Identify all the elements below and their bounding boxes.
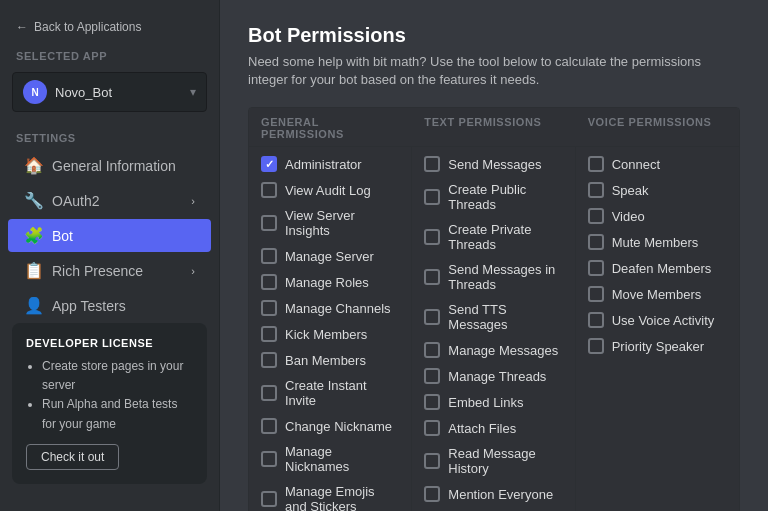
perm-label: Speak (612, 183, 649, 198)
avatar: N (23, 80, 47, 104)
checkbox-manage-roles[interactable] (261, 274, 277, 290)
checkbox-attach-files[interactable] (424, 420, 440, 436)
perm-label: Administrator (285, 157, 362, 172)
puzzle-icon: 🧩 (24, 226, 44, 245)
perm-label: Ban Members (285, 353, 366, 368)
developer-license-card: DEVELOPER LICENSE Create store pages in … (12, 323, 207, 484)
checkbox-mention-everyone[interactable] (424, 486, 440, 502)
checkbox-ban-members[interactable] (261, 352, 277, 368)
perm-label: Create Instant Invite (285, 378, 399, 408)
checkbox-priority-speaker[interactable] (588, 338, 604, 354)
perm-label: View Audit Log (285, 183, 371, 198)
checkbox-create-public-threads[interactable] (424, 189, 440, 205)
checkbox-deafen-members[interactable] (588, 260, 604, 276)
back-to-applications-link[interactable]: ← Back to Applications (0, 16, 219, 46)
perm-label: Deafen Members (612, 261, 712, 276)
perm-label: Manage Nicknames (285, 444, 399, 474)
perm-label: Mention Everyone (448, 487, 553, 502)
perm-label: Manage Channels (285, 301, 391, 316)
perm-read-message-history: Read Message History (412, 441, 574, 481)
perm-change-nickname: Change Nickname (249, 413, 411, 439)
perm-label: Video (612, 209, 645, 224)
checkbox-send-messages-threads[interactable] (424, 269, 440, 285)
voice-permissions-header: VOICE PERMISSIONS (576, 108, 739, 147)
perm-label: Create Private Threads (448, 222, 562, 252)
main-content: Bot Permissions Need some help with bit … (220, 0, 768, 511)
text-permissions-header: TEXT PERMISSIONS (412, 108, 575, 147)
perm-manage-emojis: Manage Emojis and Stickers (249, 479, 411, 511)
perm-label: Mute Members (612, 235, 699, 250)
perm-send-messages: Send Messages (412, 151, 574, 177)
sidebar-item-label: OAuth2 (52, 193, 99, 209)
sidebar: ← Back to Applications SELECTED APP N No… (0, 0, 220, 511)
perm-attach-files: Attach Files (412, 415, 574, 441)
perm-label: Send Messages in Threads (448, 262, 562, 292)
checkbox-move-members[interactable] (588, 286, 604, 302)
perm-send-tts: Send TTS Messages (412, 297, 574, 337)
checkbox-manage-channels[interactable] (261, 300, 277, 316)
wrench-icon: 🔧 (24, 191, 44, 210)
perm-label: Change Nickname (285, 419, 392, 434)
check-it-out-button[interactable]: Check it out (26, 444, 119, 470)
checkbox-video[interactable] (588, 208, 604, 224)
perm-label: Priority Speaker (612, 339, 704, 354)
checkbox-send-tts[interactable] (424, 309, 440, 325)
text-permissions-column: Send Messages Create Public Threads Crea… (412, 147, 575, 511)
selected-app-label: SELECTED APP (0, 46, 219, 68)
perm-move-members: Move Members (576, 281, 739, 307)
settings-section-label: SETTINGS (0, 124, 219, 148)
perm-view-server-insights: View Server Insights (249, 203, 411, 243)
perm-label: Manage Threads (448, 369, 546, 384)
list-item: Run Alpha and Beta tests for your game (42, 395, 193, 433)
perm-ban-members: Ban Members (249, 347, 411, 373)
perm-label: Move Members (612, 287, 702, 302)
checkbox-read-message-history[interactable] (424, 453, 440, 469)
checkbox-kick-members[interactable] (261, 326, 277, 342)
perm-manage-messages: Manage Messages (412, 337, 574, 363)
sidebar-item-rich-presence[interactable]: 📋 Rich Presence › (8, 254, 211, 287)
list-icon: 📋 (24, 261, 44, 280)
perm-label: Manage Emojis and Stickers (285, 484, 399, 511)
general-permissions-header: GENERAL PERMISSIONS (249, 108, 412, 147)
checkbox-create-private-threads[interactable] (424, 229, 440, 245)
perm-manage-channels: Manage Channels (249, 295, 411, 321)
back-link-label: Back to Applications (34, 20, 141, 34)
page-description: Need some help with bit math? Use the to… (248, 53, 740, 89)
checkbox-mute-members[interactable] (588, 234, 604, 250)
sidebar-item-general-information[interactable]: 🏠 General Information (8, 149, 211, 182)
perm-speak: Speak (576, 177, 739, 203)
perm-label: Create Public Threads (448, 182, 562, 212)
sidebar-item-app-testers[interactable]: 👤 App Testers (8, 289, 211, 322)
checkbox-manage-server[interactable] (261, 248, 277, 264)
checkbox-use-voice-activity[interactable] (588, 312, 604, 328)
sidebar-item-oauth2[interactable]: 🔧 OAuth2 › (8, 184, 211, 217)
app-name-label: Novo_Bot (55, 85, 182, 100)
perm-embed-links: Embed Links (412, 389, 574, 415)
perm-use-voice-activity: Use Voice Activity (576, 307, 739, 333)
checkbox-embed-links[interactable] (424, 394, 440, 410)
sidebar-item-label: Bot (52, 228, 73, 244)
checkbox-connect[interactable] (588, 156, 604, 172)
perm-priority-speaker: Priority Speaker (576, 333, 739, 359)
checkbox-administrator[interactable] (261, 156, 277, 172)
sidebar-item-bot[interactable]: 🧩 Bot (8, 219, 211, 252)
checkbox-change-nickname[interactable] (261, 418, 277, 434)
checkbox-speak[interactable] (588, 182, 604, 198)
checkbox-manage-threads[interactable] (424, 368, 440, 384)
perm-label: View Server Insights (285, 208, 399, 238)
checkbox-view-server-insights[interactable] (261, 215, 277, 231)
perm-manage-server: Manage Server (249, 243, 411, 269)
perm-label: Manage Messages (448, 343, 558, 358)
perm-send-messages-threads: Send Messages in Threads (412, 257, 574, 297)
checkbox-view-audit-log[interactable] (261, 182, 277, 198)
checkbox-create-instant-invite[interactable] (261, 385, 277, 401)
perm-label: Kick Members (285, 327, 367, 342)
checkbox-manage-messages[interactable] (424, 342, 440, 358)
checkbox-manage-nicknames[interactable] (261, 451, 277, 467)
checkbox-manage-emojis[interactable] (261, 491, 277, 507)
perm-label: Read Message History (448, 446, 562, 476)
perm-label: Attach Files (448, 421, 516, 436)
developer-license-title: DEVELOPER LICENSE (26, 337, 193, 349)
app-selector[interactable]: N Novo_Bot ▾ (12, 72, 207, 112)
checkbox-send-messages[interactable] (424, 156, 440, 172)
